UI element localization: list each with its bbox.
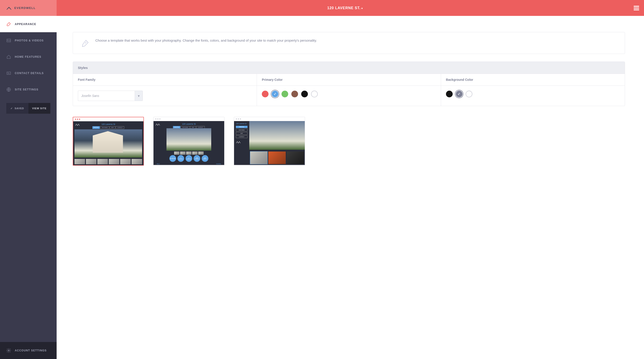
sidebar-item-appearance[interactable]: APPEARANCE [0,16,56,32]
template-option-1[interactable]: 120 Laverne St PHOTOSFEATURESMAPCONTACT [73,117,144,166]
browser-chrome [154,117,224,121]
brand-block[interactable]: EVERDWELL [0,0,56,16]
font-family-value: Josefin Sans [78,91,135,101]
primary-color-swatch[interactable] [301,91,308,97]
check-icon: ✓ [10,107,13,110]
top-bar: EVERDWELL 120 LAVERNE ST.▾ [0,0,326,16]
sidebar-item-label: SITE SETTINGS [15,88,38,91]
primary-color-label: Primary Color [257,74,326,86]
save-row: ✓ SAVED VIEW SITE [6,103,50,114]
sidebar-item-label: HOME FEATURES [15,55,42,58]
primary-color-column: Primary Color [257,74,326,106]
preview-thumbs [74,159,142,164]
sidebar-item-label: CONTACT DETAILS [15,72,44,75]
preview-logo-icon [236,140,241,144]
preview-tab: FEATURES [100,126,109,129]
styles-header: Styles [73,62,326,74]
view-site-button[interactable]: VIEW SITE [28,103,50,114]
template-grid: 120 Laverne St PHOTOSFEATURESMAPCONTACT … [73,117,326,166]
primary-color-swatch[interactable] [311,91,318,97]
preview-tab: CONTACT [116,126,124,129]
intro-text: Choose a template that works best with y… [95,38,317,43]
brand-name: EVERDWELL [14,6,36,10]
template-option-3[interactable]: 120 Laverne St PHOTOSFEATURESMAPCONTACT [234,117,305,166]
sidebar-item-contact[interactable]: CONTACT DETAILS [0,65,56,81]
preview-tab: CONTACT [236,136,248,138]
preview-thumbs [174,152,204,155]
brush-large-icon [80,39,90,48]
preview-logo-icon [155,122,160,126]
preview-hero [249,121,305,150]
saved-label: SAVED [14,107,24,110]
browser-chrome [73,117,144,121]
preview-tab: PHOTOS [236,126,248,128]
primary-color-swatch[interactable] [291,91,298,97]
saved-status: ✓ SAVED [6,103,28,114]
preview-thumbs [250,152,304,164]
globe-icon [6,87,11,92]
image-icon [6,38,11,43]
preview-title: 120 Laverne St [236,123,248,124]
preview-tab: MAP [110,126,115,129]
sidebar-item-label: PHOTOS & VIDEOS [15,39,44,42]
primary-color-swatches [262,91,318,97]
preview-stats: $2,000,0054BEDROOMS2BATHROOMS2400TOTAL S… [154,155,224,162]
sidebar-item-site-settings[interactable]: SITE SETTINGS [0,81,56,98]
preview-sidebar: 120 Laverne St PHOTOSFEATURESMAPCONTACT [234,121,249,165]
chevron-down-icon[interactable]: ▾ [135,91,143,101]
preview-stat: 2BATHROOMS [186,155,192,162]
preview-nav: PHOTOSFEATURESMAPCONTACT [73,126,144,129]
primary-color-swatch[interactable] [272,91,278,97]
preview-stat: 4BEDROOMS [178,155,184,162]
preview-tab: MAP [236,132,248,135]
preview-stat: 2004YEAR BUILT [202,155,208,162]
primary-color-swatch[interactable] [262,91,268,97]
font-family-column: Font Family Josefin Sans ▾ [73,74,257,106]
template-option-2[interactable]: 120 Laverne St PHOTOSFEATURESMAPCONTACT … [153,117,224,166]
preview-logo-icon [75,123,80,126]
svg-rect-1 [7,72,11,74]
font-family-select[interactable]: Josefin Sans ▾ [78,91,143,101]
brush-icon [6,22,11,27]
primary-color-swatch[interactable] [282,91,288,97]
preview-tab: FEATURES [236,129,248,132]
browser-chrome [234,117,305,121]
house-icon [6,54,11,59]
styles-panel: Styles Font Family Josefin Sans ▾ Primar… [73,62,326,106]
preview-hero [166,128,211,151]
sidebar-item-home-features[interactable]: HOME FEATURES [0,48,56,65]
property-selector[interactable]: 120 LAVERNE ST.▾ [56,6,326,10]
preview-footer: AboutAmenities [154,163,224,164]
brand-logo-icon [6,6,12,10]
preview-title: 120 Laverne St [154,123,224,125]
intro-panel: Choose a template that works best with y… [73,32,326,54]
sidebar: APPEARANCE PHOTOS & VIDEOS HOME FEATURES… [0,16,56,182]
preview-stat: 2400TOTAL SQ FT [194,155,200,162]
preview-tab: PHOTOS [92,126,100,129]
preview-stat: $2,000,005 [170,155,176,162]
main-content: Choose a template that works best with y… [56,16,326,182]
preview-title: 120 Laverne St [73,123,144,125]
card-icon [6,71,11,76]
sidebar-item-label: APPEARANCE [15,22,36,26]
sidebar-item-photos[interactable]: PHOTOS & VIDEOS [0,32,56,48]
font-family-label: Font Family [73,74,257,86]
